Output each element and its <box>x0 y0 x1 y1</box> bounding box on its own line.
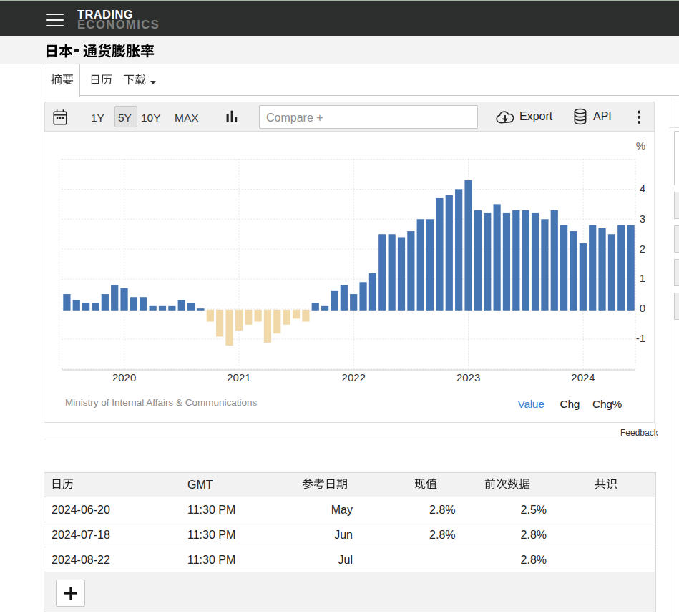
svg-text:2: 2 <box>640 243 645 255</box>
svg-text:2020: 2020 <box>112 371 136 383</box>
svg-text:1: 1 <box>640 272 645 284</box>
svg-text:2021: 2021 <box>227 371 250 383</box>
svg-text:%: % <box>636 140 645 152</box>
svg-text:2024: 2024 <box>571 371 595 383</box>
svg-text:2022: 2022 <box>342 371 366 383</box>
svg-text:3: 3 <box>640 212 645 225</box>
svg-text:0: 0 <box>640 302 645 314</box>
svg-text:-1: -1 <box>636 332 645 344</box>
svg-text:4: 4 <box>640 182 645 195</box>
svg-text:2023: 2023 <box>456 371 480 383</box>
